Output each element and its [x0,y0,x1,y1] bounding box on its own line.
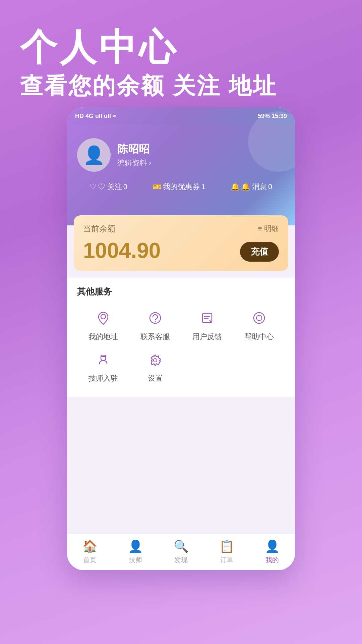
orders-icon: 📋 [219,539,234,553]
avatar: 👤 [77,138,111,172]
mine-icon: 👤 [265,539,280,553]
profile-info: 陈昭昭 编辑资料 › [117,142,151,168]
technician-nav-label: 技师 [129,555,142,565]
header-section: 个人中心 查看您的余额 关注 地址 [0,0,362,111]
main-title: 个人中心 [20,27,342,67]
status-left: HD 4G ull ull ≈ [75,113,116,120]
profile-header: 👤 陈昭昭 编辑资料 › ♡ ♡ 关注 0 🎫 我的优惠券 1 [67,125,295,225]
home-icon: 🏠 [82,539,98,553]
discover-label: 发现 [174,555,188,565]
balance-top: 当前余额 ≡ 明细 [83,223,279,234]
stats-row: ♡ ♡ 关注 0 🎫 我的优惠券 1 🔔 🔔 消息 0 [77,182,285,199]
service-item-settings[interactable]: 设置 [129,347,181,389]
settings-icon [148,353,162,370]
follow-label: ♡ 关注 [98,182,122,192]
technician-label: 技师入驻 [88,373,118,383]
service-item-help[interactable]: 帮助中心 [233,306,285,347]
message-label: 🔔 消息 [241,182,267,192]
message-count: 0 [268,182,272,191]
feedback-label: 用户反馈 [192,332,222,342]
sub-title: 查看您的余额 关注 地址 [20,71,342,101]
feedback-icon [200,311,214,328]
technician-nav-icon: 👤 [128,539,143,553]
service-item-address[interactable]: 我的地址 [77,306,129,347]
coupon-stat[interactable]: 🎫 我的优惠券 1 [153,182,205,192]
follow-count: 0 [123,182,127,191]
services-title: 其他服务 [77,286,285,298]
coupon-label: 我的优惠券 [163,182,200,192]
help-label: 帮助中心 [244,332,274,342]
nav-item-mine[interactable]: 👤 我的 [265,539,280,565]
message-icon: 🔔 [231,182,240,191]
svg-point-4 [254,313,264,323]
home-label: 首页 [83,555,97,565]
technician-icon [96,353,110,370]
edit-profile-link[interactable]: 编辑资料 › [117,158,151,168]
mine-label: 我的 [265,555,279,565]
nav-item-discover[interactable]: 🔍 发现 [174,539,189,565]
follow-stat[interactable]: ♡ ♡ 关注 0 [90,182,127,192]
coupon-count: 1 [201,182,205,191]
nav-item-orders[interactable]: 📋 订单 [219,539,234,565]
svg-point-2 [155,321,156,322]
follow-icon: ♡ [90,182,97,191]
coupon-icon: 🎫 [153,182,162,191]
balance-label: 当前余额 [83,223,115,234]
service-item-support[interactable]: 联系客服 [129,306,181,347]
svg-point-5 [256,315,262,321]
services-grid: 我的地址 联系客服 [77,306,285,347]
bottom-nav: 🏠 首页 👤 技师 🔍 发现 📋 订单 👤 我的 [67,533,295,570]
svg-point-7 [154,359,157,362]
support-label: 联系客服 [140,332,170,342]
help-icon [252,311,266,328]
nav-item-technician[interactable]: 👤 技师 [128,539,143,565]
profile-name: 陈昭昭 [117,142,151,157]
nav-item-home[interactable]: 🏠 首页 [82,539,98,565]
services-section: 其他服务 我的地址 [67,278,295,397]
svg-rect-6 [101,355,106,357]
service-item-technician[interactable]: 技师入驻 [77,347,129,389]
avatar-icon: 👤 [83,145,105,165]
message-stat[interactable]: 🔔 🔔 消息 0 [231,182,272,192]
phone-mockup: HD 4G ull ull ≈ 59% 15:39 👤 陈昭昭 编辑资料 › ♡… [67,107,295,570]
svg-point-0 [101,314,106,319]
address-label: 我的地址 [88,332,118,342]
recharge-button[interactable]: 充值 [240,242,279,262]
address-icon [96,311,110,328]
balance-detail-link[interactable]: ≡ 明细 [258,224,279,234]
orders-label: 订单 [220,555,233,565]
service-item-feedback[interactable]: 用户反馈 [181,306,233,347]
settings-label: 设置 [148,373,163,383]
discover-icon: 🔍 [174,539,189,553]
services-row2: 技师入驻 设置 [77,347,285,389]
support-icon [148,311,162,328]
balance-card: 当前余额 ≡ 明细 1004.90 充值 [74,215,288,271]
